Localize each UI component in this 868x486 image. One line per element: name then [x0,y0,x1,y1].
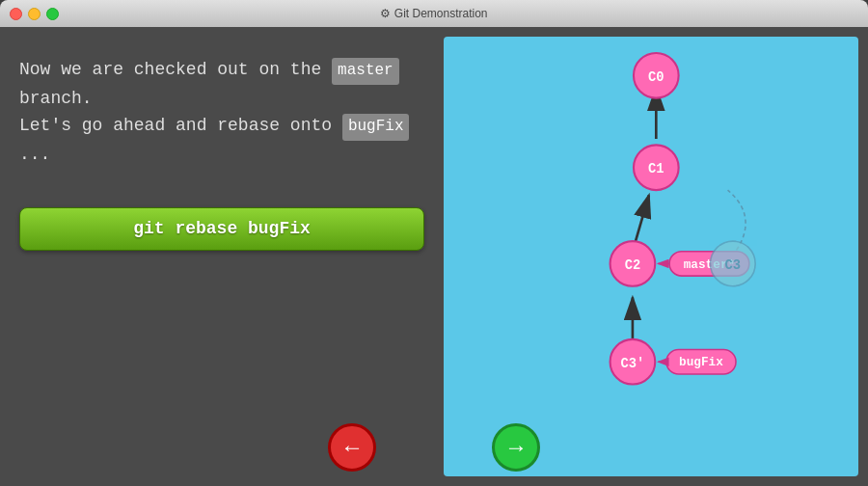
close-button[interactable] [10,8,22,20]
maximize-button[interactable] [46,8,59,20]
bugfix-badge: bugFix [342,114,410,141]
main-content: Now we are checked out on the master bra… [0,27,868,486]
line1-prefix: Now we are checked out on the [19,60,321,79]
title-bar: ⚙ Git Demonstration [0,0,868,27]
navigation-bar: ← → [0,423,868,472]
forward-arrow-icon: → [504,434,528,461]
svg-text:bugFix: bugFix [679,355,723,369]
back-arrow-icon: ← [340,434,364,461]
svg-text:C1: C1 [648,162,665,176]
svg-text:C2: C2 [625,258,641,273]
svg-text:C3: C3 [725,258,742,273]
window-controls [10,8,59,20]
svg-text:C3': C3' [621,357,645,371]
minimize-button[interactable] [28,8,41,20]
svg-text:C0: C0 [648,70,665,85]
git-rebase-button[interactable]: git rebase bugFix [19,207,424,251]
window-title: ⚙ Git Demonstration [380,7,487,20]
back-button[interactable]: ← [328,423,376,472]
forward-button[interactable]: → [492,423,540,472]
diagram-svg: C0 C1 C2 master* C3' bugFix C3 [444,37,858,476]
git-diagram: C0 C1 C2 master* C3' bugFix C3 [444,37,858,476]
line1-suffix: branch. [19,89,93,108]
line2-suffix: ... [19,145,50,164]
description-text: Now we are checked out on the master bra… [19,56,424,169]
master-badge: master [332,58,399,85]
line2-prefix: Let's go ahead and rebase onto [19,116,332,135]
left-panel: Now we are checked out on the master bra… [0,27,444,486]
